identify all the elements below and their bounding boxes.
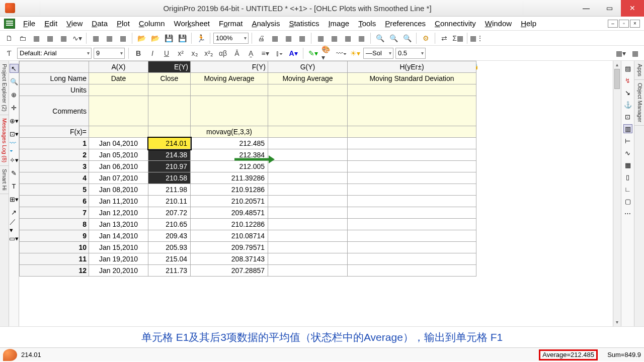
cell-G11[interactable] [268, 253, 348, 265]
cell-E2[interactable]: 214.38 [148, 149, 191, 161]
slide-icon[interactable]: ▦ [296, 32, 308, 44]
superscript-icon[interactable]: x² [175, 47, 187, 59]
text-icon[interactable]: T [10, 182, 19, 191]
fit-icon[interactable]: ∿ [623, 148, 632, 157]
menu-tools[interactable]: Tools [354, 17, 380, 30]
menu-worksheet[interactable]: Worksheet [170, 17, 214, 30]
cell-A8[interactable]: Jan 13,2010 [89, 219, 148, 230]
font-inc-icon[interactable]: Ā [231, 47, 243, 59]
maximize-button[interactable]: ▭ [598, 0, 621, 17]
font-size-combo[interactable]: 9 [94, 48, 125, 59]
row-number[interactable]: 12 [20, 265, 89, 277]
cell-G10[interactable] [268, 242, 348, 253]
cell-H2[interactable] [348, 149, 476, 161]
cell-E8[interactable]: 210.65 [148, 219, 191, 230]
cursor-icon[interactable]: ⊕▾ [10, 116, 19, 125]
text-tool-icon[interactable]: Ƭ [3, 47, 15, 59]
data-reader-icon[interactable]: ✛ [10, 103, 19, 112]
arrow-icon[interactable]: ↗ [10, 208, 19, 217]
region-icon[interactable]: ✧▾ [10, 155, 19, 164]
menu-plot[interactable]: Plot [113, 17, 134, 30]
font-color-icon[interactable]: A▾ [287, 47, 299, 59]
cell-A7[interactable]: Jan 12,2010 [89, 207, 148, 219]
corner-icon[interactable]: ∟ [623, 185, 632, 194]
cell-F12[interactable]: 207.28857 [191, 265, 268, 277]
row-label-comments[interactable]: Comments [20, 96, 89, 126]
worksheet[interactable]: A(X)E(Y)F(Y)🔒G(Y)H(yEr±)Long NameDateClo… [19, 61, 621, 326]
save-template-icon[interactable]: 💾 [176, 32, 188, 44]
tab-object-manager[interactable]: Object Manager [634, 80, 644, 126]
menu-file[interactable]: File [19, 17, 39, 30]
meta-long-G[interactable]: Moving Average [268, 73, 348, 84]
blank-icon[interactable]: ▢ [623, 197, 632, 206]
gear-icon[interactable]: ⚙ [420, 32, 432, 44]
cell-E9[interactable]: 209.43 [148, 230, 191, 242]
meta-long-H[interactable]: Moving Standard Deviation [348, 73, 476, 84]
column-tool-icon[interactable]: ▦ [355, 32, 367, 44]
row-number[interactable]: 7 [20, 207, 89, 219]
cell-A3[interactable]: Jan 06,2010 [89, 161, 148, 172]
font-name-combo[interactable]: Default: Arial [17, 48, 92, 59]
meta-long-F[interactable]: Moving Average [191, 73, 268, 84]
cell-E12[interactable]: 211.73 [148, 265, 191, 277]
cell-H5[interactable] [348, 184, 476, 196]
cell-G4[interactable] [268, 172, 348, 184]
meta-comments-H[interactable] [348, 96, 476, 126]
recalc-icon[interactable]: ▦ [117, 32, 129, 44]
supersub-icon[interactable]: x²₂ [203, 47, 215, 59]
grid-icon[interactable]: ▦ [623, 160, 632, 169]
line-color-icon[interactable]: ✎▾ [307, 47, 319, 59]
meta-fx-H[interactable] [348, 126, 476, 138]
fill-color-icon[interactable]: 🎨▾ [321, 47, 333, 59]
cell-E11[interactable]: 215.04 [148, 253, 191, 265]
menu-statistics[interactable]: Statistics [285, 17, 323, 30]
open-template-icon[interactable]: 📂 [149, 32, 161, 44]
cell-E10[interactable]: 205.93 [148, 242, 191, 253]
column-header-F[interactable]: F(Y)🔒 [191, 61, 268, 73]
menu-data[interactable]: Data [88, 17, 112, 30]
cell-E3[interactable]: 210.97 [148, 161, 191, 172]
font-dec-icon[interactable]: A̱ [245, 47, 257, 59]
cell-F11[interactable]: 208.37143 [191, 253, 268, 265]
run-icon[interactable]: 🏃 [195, 32, 207, 44]
template-icon[interactable]: ▦ [90, 32, 102, 44]
menu-preferences[interactable]: Preferences [381, 17, 430, 30]
new-excel-icon[interactable]: ▦ [44, 32, 56, 44]
row-number[interactable]: 6 [20, 196, 89, 207]
line-icon[interactable]: ／▾ [10, 221, 19, 230]
new-workbook-icon[interactable]: ▦ [30, 32, 42, 44]
tab-smart-hint[interactable]: Smart Hi [0, 166, 9, 194]
cell-G3[interactable] [268, 161, 348, 172]
column-header-A[interactable]: A(X) [89, 61, 148, 73]
layer-icon[interactable]: ▦ [328, 32, 340, 44]
cell-G8[interactable] [268, 219, 348, 230]
row-number[interactable]: 4 [20, 172, 89, 184]
mdi-restore-button[interactable]: ▫ [619, 20, 629, 28]
cell-G6[interactable] [268, 196, 348, 207]
palette-icon[interactable]: ▦▾ [615, 47, 627, 59]
new-graph-icon[interactable]: ▦ [57, 32, 69, 44]
column-header-E[interactable]: E(Y) [148, 61, 191, 73]
meta-fx-A[interactable] [89, 126, 148, 138]
cell-H10[interactable] [348, 242, 476, 253]
cell-G2[interactable] [268, 149, 348, 161]
worksheet-icon[interactable] [4, 19, 15, 29]
meta-units-H[interactable] [348, 84, 476, 96]
cell-F1[interactable]: 212.485 [191, 138, 268, 149]
cell-G7[interactable] [268, 207, 348, 219]
tab-messages-log[interactable]: Messages Log (8) [0, 115, 9, 166]
cell-G9[interactable] [268, 230, 348, 242]
meta-units-F[interactable] [191, 84, 268, 96]
cell-A10[interactable]: Jan 15,2010 [89, 242, 148, 253]
layout-icon[interactable]: ▦ [282, 32, 294, 44]
row-number[interactable]: 11 [20, 253, 89, 265]
cell-G12[interactable] [268, 265, 348, 277]
curve-icon[interactable]: ↘ [623, 88, 632, 97]
menu-column[interactable]: Column [135, 17, 169, 30]
cell-F5[interactable]: 210.91286 [191, 184, 268, 196]
cell-E4[interactable]: 210.58 [148, 172, 191, 184]
row-number[interactable]: 9 [20, 230, 89, 242]
close-button[interactable]: ✕ [621, 0, 644, 17]
reader-icon[interactable]: ⊕ [10, 90, 19, 99]
new-folder-icon[interactable]: 🗀 [17, 32, 29, 44]
